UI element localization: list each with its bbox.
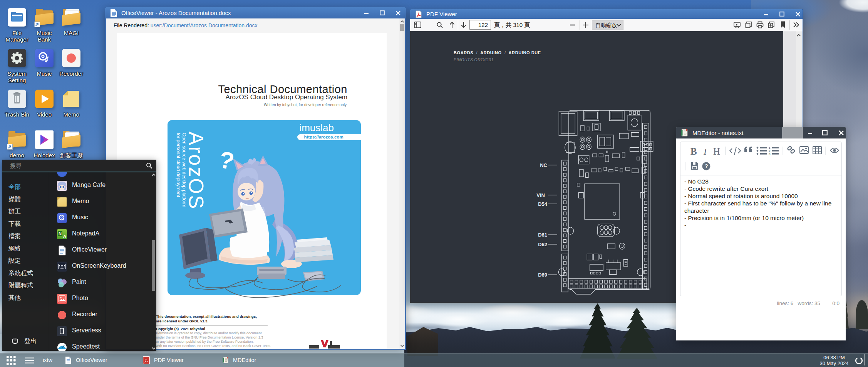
svg-text:I: I [703,147,707,157]
svg-text:H: H [713,146,720,157]
svg-text:3: 3 [769,152,771,156]
svg-text:B: B [690,146,697,157]
svg-text:?: ? [705,163,708,169]
